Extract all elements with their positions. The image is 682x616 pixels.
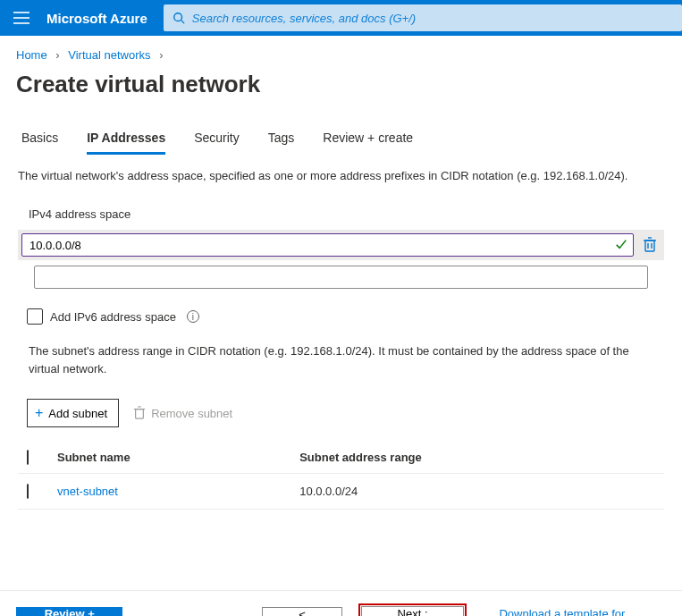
trash-icon — [643, 237, 657, 253]
subnet-description: The subnet's address range in CIDR notat… — [18, 342, 664, 399]
page-title: Create virtual network — [0, 67, 682, 114]
review-create-button[interactable]: Review + create — [16, 607, 122, 617]
breadcrumb-home[interactable]: Home — [16, 48, 47, 62]
address-space-description: The virtual network's address space, spe… — [18, 169, 664, 182]
subnet-col-range: Subnet address range — [290, 442, 664, 474]
hamburger-icon — [13, 12, 29, 24]
svg-rect-5 — [645, 240, 654, 251]
chevron-right-icon: › — [154, 48, 168, 62]
search-input[interactable] — [185, 12, 673, 25]
remove-subnet-button: Remove subnet — [133, 406, 232, 420]
svg-line-4 — [181, 21, 184, 24]
check-icon — [615, 238, 627, 253]
ipv4-address-extra-input-wrap[interactable] — [34, 266, 648, 289]
global-search[interactable] — [164, 4, 682, 31]
subnet-row-checkbox[interactable] — [27, 484, 29, 499]
breadcrumb-virtual-networks[interactable]: Virtual networks — [68, 48, 150, 62]
chevron-right-icon: › — [50, 48, 64, 62]
ipv4-address-input[interactable] — [29, 239, 608, 252]
tab-basics[interactable]: Basics — [21, 131, 58, 155]
svg-point-3 — [174, 13, 182, 21]
ipv4-address-row — [18, 230, 664, 260]
footer-bar: Review + create < Previous Next : Securi… — [0, 590, 682, 616]
subnet-select-all-checkbox[interactable] — [27, 450, 29, 465]
ipv4-address-extra-input[interactable] — [35, 266, 647, 288]
remove-subnet-label: Remove subnet — [151, 407, 232, 420]
subnet-range-cell: 10.0.0.0/24 — [290, 474, 664, 510]
subnet-col-name: Subnet name — [48, 442, 290, 474]
subnet-toolbar: + Add subnet Remove subnet — [18, 399, 664, 438]
previous-button[interactable]: < Previous — [262, 607, 341, 617]
svg-rect-10 — [136, 409, 144, 419]
tab-review-create[interactable]: Review + create — [323, 131, 413, 155]
ipv6-checkbox-label: Add IPv6 address space — [50, 310, 176, 324]
brand-label: Microsoft Azure — [45, 11, 156, 26]
delete-address-button[interactable] — [643, 237, 657, 253]
plus-icon: + — [35, 405, 43, 421]
tab-tags[interactable]: Tags — [268, 131, 295, 155]
subnet-name-link[interactable]: vnet-subnet — [57, 485, 118, 498]
tab-ip-addresses[interactable]: IP Addresses — [87, 131, 165, 155]
download-template-link[interactable]: Download a template for automation — [499, 607, 666, 617]
info-icon[interactable]: i — [187, 310, 199, 323]
ipv4-address-input-wrap[interactable] — [21, 233, 634, 257]
ipv4-section-label: IPv4 address space — [18, 200, 664, 230]
hamburger-menu[interactable] — [5, 0, 38, 36]
tab-security[interactable]: Security — [194, 131, 240, 155]
topbar: Microsoft Azure — [0, 0, 682, 36]
ipv6-checkbox[interactable] — [27, 308, 43, 325]
table-row: vnet-subnet 10.0.0.0/24 — [18, 474, 664, 510]
next-security-button[interactable]: Next : Security > — [361, 606, 465, 616]
add-subnet-button[interactable]: + Add subnet — [27, 399, 119, 427]
trash-icon — [133, 406, 146, 420]
add-subnet-label: Add subnet — [48, 407, 107, 420]
tab-bar: Basics IP Addresses Security Tags Review… — [0, 114, 682, 155]
breadcrumb: Home › Virtual networks › — [0, 36, 682, 67]
ipv6-checkbox-row: Add IPv6 address space i — [18, 308, 664, 342]
content-area: The virtual network's address space, spe… — [0, 155, 682, 510]
search-icon — [173, 12, 185, 24]
next-button-highlight: Next : Security > — [358, 603, 467, 616]
subnet-table: Subnet name Subnet address range vnet-su… — [18, 442, 664, 510]
